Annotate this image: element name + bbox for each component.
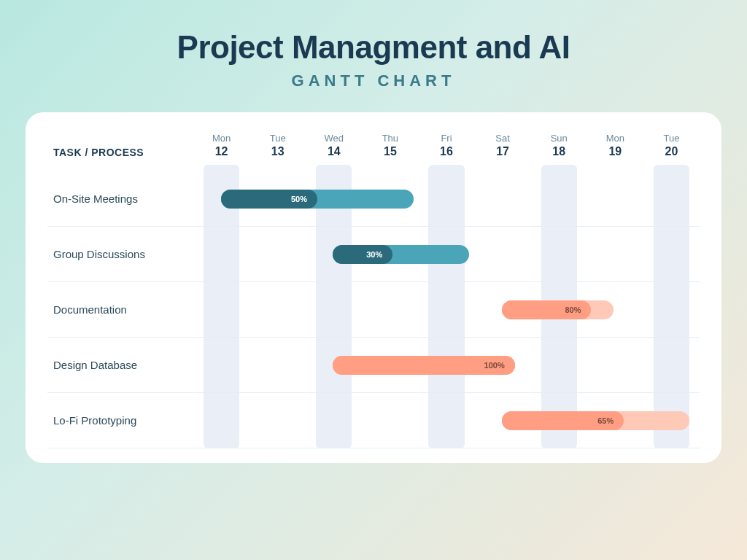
bar-track: 50% [193, 171, 700, 226]
gantt-bar: 30% [333, 245, 469, 264]
bar-track: 80% [193, 282, 700, 337]
task-label: Design Database [47, 359, 193, 371]
page-subtitle: GANTT CHART [26, 71, 721, 90]
day-header: Sun18 [531, 133, 587, 171]
gantt-card: TASK / PROCESS Mon12 Tue13 Wed14 Thu15 F… [26, 112, 721, 463]
bar-track: 65% [193, 393, 700, 448]
day-header: Tue13 [249, 133, 306, 171]
day-header: Sat17 [475, 133, 531, 171]
table-row: Documentation 80% [47, 282, 700, 338]
day-header: Wed14 [306, 133, 362, 171]
day-header: Mon19 [587, 133, 643, 171]
day-header: Thu15 [362, 133, 418, 171]
task-label: Lo-Fi Prototyping [47, 414, 193, 427]
page-title: Project Managment and AI [26, 29, 721, 66]
gantt-bar: 80% [502, 300, 614, 319]
header-row: TASK / PROCESS Mon12 Tue13 Wed14 Thu15 F… [47, 133, 700, 171]
table-row: Lo-Fi Prototyping 65% [47, 393, 700, 448]
day-header: Tue20 [643, 133, 700, 171]
table-row: Group Discussions 30% [47, 227, 700, 282]
gantt-bar: 50% [221, 190, 414, 209]
gantt-bar-progress: 50% [221, 190, 317, 209]
bar-track: 100% [193, 338, 700, 392]
bar-track: 30% [193, 227, 700, 281]
gantt-bar-progress: 80% [502, 300, 591, 319]
table-row: On-Site Meetings 50% [47, 171, 700, 227]
gantt-rows: On-Site Meetings 50% Group Discussions 3… [47, 171, 700, 448]
gantt-bar: 65% [502, 411, 689, 430]
task-header-label: TASK / PROCESS [47, 133, 193, 171]
day-header: Mon12 [193, 133, 249, 171]
task-label: Documentation [47, 303, 193, 316]
gantt-bar: 100% [333, 356, 515, 375]
day-header: Fri16 [418, 133, 474, 171]
gantt-bar-progress: 100% [333, 356, 515, 375]
task-label: Group Discussions [47, 248, 193, 260]
task-label: On-Site Meetings [47, 192, 193, 205]
table-row: Design Database 100% [47, 338, 700, 393]
gantt-bar-progress: 30% [333, 245, 392, 264]
gantt-bar-progress: 65% [502, 411, 624, 430]
